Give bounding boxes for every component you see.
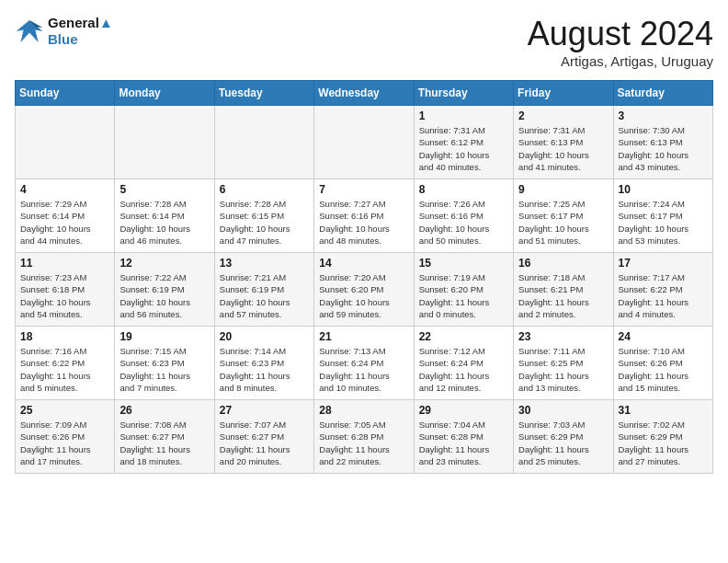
day-info: Sunrise: 7:13 AM Sunset: 6:24 PM Dayligh… <box>319 345 408 394</box>
calendar-cell: 8Sunrise: 7:26 AM Sunset: 6:16 PM Daylig… <box>414 179 513 253</box>
calendar-cell <box>115 106 214 179</box>
logo: General▲ Blue <box>15 15 113 48</box>
calendar-cell: 12Sunrise: 7:22 AM Sunset: 6:19 PM Dayli… <box>115 253 214 327</box>
day-info: Sunrise: 7:31 AM Sunset: 6:12 PM Dayligh… <box>419 124 508 173</box>
day-number: 2 <box>518 109 608 122</box>
day-number: 24 <box>619 330 708 343</box>
calendar-cell: 18Sunrise: 7:16 AM Sunset: 6:22 PM Dayli… <box>16 327 115 400</box>
calendar-cell: 15Sunrise: 7:19 AM Sunset: 6:20 PM Dayli… <box>414 253 513 327</box>
day-number: 26 <box>119 404 209 417</box>
day-info: Sunrise: 7:20 AM Sunset: 6:20 PM Dayligh… <box>319 271 408 320</box>
day-number: 7 <box>319 183 408 196</box>
calendar-cell: 2Sunrise: 7:31 AM Sunset: 6:13 PM Daylig… <box>514 106 613 179</box>
day-number: 16 <box>518 257 608 270</box>
calendar-cell: 9Sunrise: 7:25 AM Sunset: 6:17 PM Daylig… <box>514 179 613 253</box>
calendar-cell: 4Sunrise: 7:29 AM Sunset: 6:14 PM Daylig… <box>16 179 115 253</box>
day-info: Sunrise: 7:04 AM Sunset: 6:28 PM Dayligh… <box>419 419 508 467</box>
calendar-cell: 17Sunrise: 7:17 AM Sunset: 6:22 PM Dayli… <box>613 253 712 327</box>
weekday-header-friday: Friday <box>514 81 613 106</box>
day-number: 3 <box>619 109 708 122</box>
day-number: 25 <box>20 404 109 417</box>
weekday-header-saturday: Saturday <box>613 81 712 106</box>
day-info: Sunrise: 7:29 AM Sunset: 6:14 PM Dayligh… <box>20 198 109 247</box>
calendar-cell: 21Sunrise: 7:13 AM Sunset: 6:24 PM Dayli… <box>314 327 414 400</box>
day-info: Sunrise: 7:28 AM Sunset: 6:14 PM Dayligh… <box>119 198 209 247</box>
day-info: Sunrise: 7:09 AM Sunset: 6:26 PM Dayligh… <box>20 419 109 467</box>
calendar-cell: 7Sunrise: 7:27 AM Sunset: 6:16 PM Daylig… <box>314 179 414 253</box>
day-info: Sunrise: 7:14 AM Sunset: 6:23 PM Dayligh… <box>220 345 309 394</box>
day-info: Sunrise: 7:12 AM Sunset: 6:24 PM Dayligh… <box>419 345 508 394</box>
day-info: Sunrise: 7:15 AM Sunset: 6:23 PM Dayligh… <box>119 345 209 394</box>
calendar-cell: 13Sunrise: 7:21 AM Sunset: 6:19 PM Dayli… <box>214 253 313 327</box>
day-info: Sunrise: 7:08 AM Sunset: 6:27 PM Dayligh… <box>119 419 209 467</box>
day-number: 13 <box>220 257 309 270</box>
calendar-cell: 19Sunrise: 7:15 AM Sunset: 6:23 PM Dayli… <box>115 327 214 400</box>
day-number: 1 <box>419 109 508 122</box>
calendar-cell: 5Sunrise: 7:28 AM Sunset: 6:14 PM Daylig… <box>115 179 214 253</box>
day-info: Sunrise: 7:31 AM Sunset: 6:13 PM Dayligh… <box>518 124 608 173</box>
day-info: Sunrise: 7:30 AM Sunset: 6:13 PM Dayligh… <box>619 124 708 173</box>
calendar-week-4: 18Sunrise: 7:16 AM Sunset: 6:22 PM Dayli… <box>16 327 713 400</box>
day-info: Sunrise: 7:18 AM Sunset: 6:21 PM Dayligh… <box>518 271 608 320</box>
day-info: Sunrise: 7:28 AM Sunset: 6:15 PM Dayligh… <box>220 198 309 247</box>
day-info: Sunrise: 7:24 AM Sunset: 6:17 PM Dayligh… <box>619 198 708 247</box>
calendar-cell: 25Sunrise: 7:09 AM Sunset: 6:26 PM Dayli… <box>16 400 115 474</box>
calendar-cell: 16Sunrise: 7:18 AM Sunset: 6:21 PM Dayli… <box>514 253 613 327</box>
calendar-week-2: 4Sunrise: 7:29 AM Sunset: 6:14 PM Daylig… <box>16 179 713 253</box>
calendar-cell: 26Sunrise: 7:08 AM Sunset: 6:27 PM Dayli… <box>115 400 214 474</box>
calendar-cell: 22Sunrise: 7:12 AM Sunset: 6:24 PM Dayli… <box>414 327 513 400</box>
calendar-cell: 14Sunrise: 7:20 AM Sunset: 6:20 PM Dayli… <box>314 253 414 327</box>
day-number: 15 <box>419 257 508 270</box>
day-number: 23 <box>518 330 608 343</box>
calendar-cell: 31Sunrise: 7:02 AM Sunset: 6:29 PM Dayli… <box>613 400 712 474</box>
calendar-cell <box>214 106 313 179</box>
day-info: Sunrise: 7:02 AM Sunset: 6:29 PM Dayligh… <box>619 419 708 467</box>
day-number: 21 <box>319 330 408 343</box>
calendar-cell: 30Sunrise: 7:03 AM Sunset: 6:29 PM Dayli… <box>514 400 613 474</box>
day-number: 4 <box>20 183 109 196</box>
day-info: Sunrise: 7:27 AM Sunset: 6:16 PM Dayligh… <box>319 198 408 247</box>
day-number: 10 <box>619 183 708 196</box>
weekday-header-sunday: Sunday <box>16 81 115 106</box>
day-info: Sunrise: 7:23 AM Sunset: 6:18 PM Dayligh… <box>20 271 109 320</box>
calendar-cell: 23Sunrise: 7:11 AM Sunset: 6:25 PM Dayli… <box>514 327 613 400</box>
calendar-week-1: 1Sunrise: 7:31 AM Sunset: 6:12 PM Daylig… <box>16 106 713 179</box>
calendar-cell: 27Sunrise: 7:07 AM Sunset: 6:27 PM Dayli… <box>214 400 313 474</box>
weekday-header-row: SundayMondayTuesdayWednesdayThursdayFrid… <box>16 81 713 106</box>
weekday-header-tuesday: Tuesday <box>214 81 313 106</box>
page-header: General▲ Blue August 2024 Artigas, Artig… <box>15 15 713 69</box>
day-number: 19 <box>119 330 209 343</box>
calendar-week-5: 25Sunrise: 7:09 AM Sunset: 6:26 PM Dayli… <box>16 400 713 474</box>
day-info: Sunrise: 7:21 AM Sunset: 6:19 PM Dayligh… <box>220 271 309 320</box>
logo-icon <box>15 17 44 46</box>
svg-marker-0 <box>17 20 43 42</box>
day-number: 5 <box>119 183 209 196</box>
calendar-table: SundayMondayTuesdayWednesdayThursdayFrid… <box>15 80 713 474</box>
calendar-week-3: 11Sunrise: 7:23 AM Sunset: 6:18 PM Dayli… <box>16 253 713 327</box>
weekday-header-thursday: Thursday <box>414 81 513 106</box>
day-info: Sunrise: 7:10 AM Sunset: 6:26 PM Dayligh… <box>619 345 708 394</box>
calendar-cell: 20Sunrise: 7:14 AM Sunset: 6:23 PM Dayli… <box>214 327 313 400</box>
day-info: Sunrise: 7:17 AM Sunset: 6:22 PM Dayligh… <box>619 271 708 320</box>
calendar-cell: 10Sunrise: 7:24 AM Sunset: 6:17 PM Dayli… <box>613 179 712 253</box>
day-info: Sunrise: 7:16 AM Sunset: 6:22 PM Dayligh… <box>20 345 109 394</box>
location: Artigas, Artigas, Uruguay <box>528 53 713 69</box>
day-number: 12 <box>119 257 209 270</box>
day-number: 9 <box>518 183 608 196</box>
day-number: 17 <box>619 257 708 270</box>
day-info: Sunrise: 7:11 AM Sunset: 6:25 PM Dayligh… <box>518 345 608 394</box>
day-info: Sunrise: 7:26 AM Sunset: 6:16 PM Dayligh… <box>419 198 508 247</box>
month-title: August 2024 <box>528 15 713 53</box>
calendar-cell: 24Sunrise: 7:10 AM Sunset: 6:26 PM Dayli… <box>613 327 712 400</box>
day-number: 27 <box>220 404 309 417</box>
day-number: 28 <box>319 404 408 417</box>
day-number: 22 <box>419 330 508 343</box>
calendar-cell <box>314 106 414 179</box>
day-number: 20 <box>220 330 309 343</box>
day-info: Sunrise: 7:07 AM Sunset: 6:27 PM Dayligh… <box>220 419 309 467</box>
calendar-cell: 28Sunrise: 7:05 AM Sunset: 6:28 PM Dayli… <box>314 400 414 474</box>
day-number: 8 <box>419 183 508 196</box>
day-number: 18 <box>20 330 109 343</box>
day-info: Sunrise: 7:22 AM Sunset: 6:19 PM Dayligh… <box>119 271 209 320</box>
day-number: 11 <box>20 257 109 270</box>
